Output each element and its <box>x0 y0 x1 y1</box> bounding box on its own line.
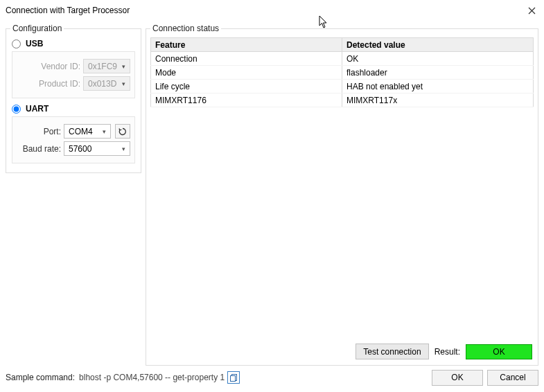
window-title: Connection with Target Processor <box>6 6 130 15</box>
col-feature: Feature <box>151 38 342 52</box>
cell-feature: MIMXRT1176 <box>151 93 342 107</box>
result-label: Result: <box>435 347 460 357</box>
table-row: MIMXRT1176 MIMXRT117x <box>151 93 534 107</box>
refresh-ports-button[interactable] <box>115 124 130 139</box>
sample-command-label: Sample command: <box>6 373 75 382</box>
configuration-legend: Configuration <box>10 24 64 33</box>
table-row: Connection OK <box>151 52 534 66</box>
vendor-id-label: Vendor ID: <box>41 62 80 71</box>
port-combo[interactable]: COM4 ▾ <box>64 124 111 139</box>
table-row: Mode flashloader <box>151 66 534 80</box>
chevron-down-icon: ▾ <box>99 128 109 135</box>
col-detected-value: Detected value <box>342 38 534 52</box>
table-row: Life cycle HAB not enabled yet <box>151 80 534 93</box>
usb-radio-row[interactable]: USB <box>10 37 137 51</box>
usb-radio[interactable] <box>12 39 21 48</box>
refresh-icon <box>119 127 127 136</box>
chevron-down-icon: ▾ <box>119 80 128 87</box>
svg-rect-1 <box>230 376 235 382</box>
uart-radio-row[interactable]: UART <box>10 103 137 116</box>
baud-label: Baud rate: <box>23 144 61 154</box>
vendor-id-value: 0x1FC9 <box>88 62 119 71</box>
usb-panel: Vendor ID: 0x1FC9 ▾ Product ID: 0x013D ▾ <box>12 51 135 98</box>
cell-value: flashloader <box>342 66 534 80</box>
close-button[interactable] <box>523 3 540 18</box>
port-label: Port: <box>44 127 61 136</box>
product-id-label: Product ID: <box>39 79 80 89</box>
port-value: COM4 <box>69 127 99 136</box>
copy-command-button[interactable] <box>227 371 240 384</box>
vendor-id-combo: 0x1FC9 ▾ <box>83 59 130 73</box>
uart-panel: Port: COM4 ▾ Baud rate: 57600 ▾ <box>12 116 135 163</box>
configuration-group: Configuration USB Vendor ID: 0x1FC9 ▾ Pr… <box>6 24 141 173</box>
product-id-combo: 0x013D ▾ <box>83 76 130 91</box>
chevron-down-icon: ▾ <box>119 145 128 152</box>
sample-command-value: blhost -p COM4,57600 -- get-property 1 <box>79 373 225 382</box>
close-icon <box>528 7 536 15</box>
test-connection-button[interactable]: Test connection <box>356 344 428 359</box>
connection-status-group: Connection status Feature Detected value… <box>146 24 538 366</box>
ok-button[interactable]: OK <box>432 370 483 386</box>
baud-value: 57600 <box>69 144 119 154</box>
usb-radio-label: USB <box>26 39 43 48</box>
uart-radio-label: UART <box>26 104 49 114</box>
clipboard-icon <box>230 373 238 382</box>
result-value: OK <box>466 344 532 359</box>
cell-feature: Mode <box>151 66 342 80</box>
cell-feature: Life cycle <box>151 80 342 93</box>
cell-value: MIMXRT117x <box>342 93 534 107</box>
connection-status-legend: Connection status <box>150 24 221 33</box>
cell-feature: Connection <box>151 52 342 66</box>
baud-combo[interactable]: 57600 ▾ <box>64 141 130 156</box>
uart-radio[interactable] <box>12 105 21 114</box>
product-id-value: 0x013D <box>88 79 119 89</box>
status-table: Feature Detected value Connection OK Mod… <box>150 37 534 107</box>
cell-value: OK <box>342 52 534 66</box>
cancel-button[interactable]: Cancel <box>487 370 538 386</box>
chevron-down-icon: ▾ <box>119 63 128 70</box>
cell-value: HAB not enabled yet <box>342 80 534 93</box>
